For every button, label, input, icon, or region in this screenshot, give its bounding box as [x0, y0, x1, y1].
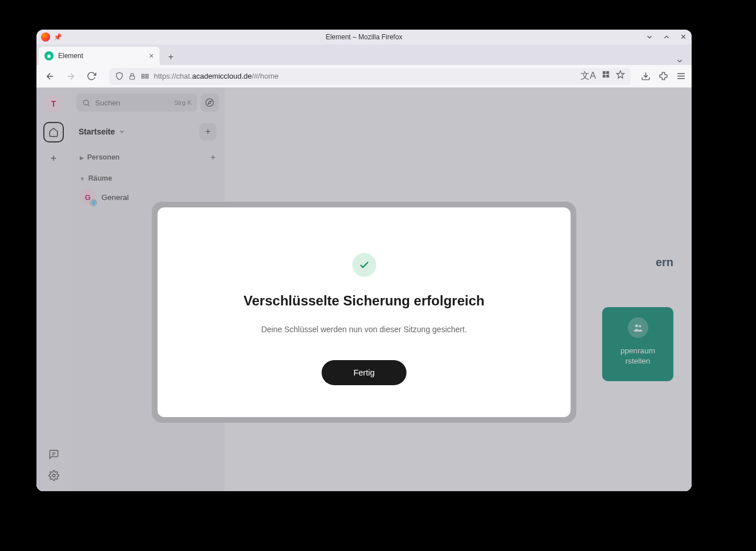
app-body: T + Suchen Strg K [36, 88, 692, 491]
tab-label: Element [58, 52, 83, 60]
tabbar: ◉ Element × + [36, 44, 692, 65]
check-icon [358, 259, 370, 271]
all-tabs-button[interactable] [676, 57, 684, 65]
forward-button[interactable] [63, 68, 79, 84]
qr-icon[interactable] [602, 70, 610, 79]
downloads-button[interactable] [641, 71, 651, 81]
done-button[interactable]: Fertig [321, 360, 406, 385]
window-title: Element – Mozilla Firefox [326, 33, 403, 41]
encryption-success-dialog: Verschlüsselte Sicherung erfolgreich Dei… [158, 207, 571, 417]
success-badge [352, 253, 376, 277]
translate-icon[interactable]: 文A [581, 70, 596, 82]
svg-rect-3 [142, 77, 144, 79]
maximize-button[interactable] [663, 33, 671, 41]
svg-rect-4 [146, 77, 148, 79]
svg-rect-6 [606, 71, 609, 74]
permissions-icon [141, 72, 149, 80]
back-button[interactable] [42, 68, 58, 84]
lock-icon [128, 72, 136, 80]
minimize-button[interactable] [645, 33, 653, 41]
new-tab-button[interactable]: + [163, 49, 179, 65]
reload-button[interactable] [83, 68, 99, 84]
close-window-button[interactable] [680, 33, 687, 41]
modal-wrapper: Verschlüsselte Sicherung erfolgreich Dei… [152, 202, 577, 423]
dialog-title: Verschlüsselte Sicherung erfolgreich [181, 293, 548, 309]
titlebar: 📌 Element – Mozilla Firefox [36, 30, 692, 44]
close-tab-button[interactable]: × [149, 51, 154, 60]
firefox-window: 📌 Element – Mozilla Firefox ◉ Element × … [36, 30, 692, 491]
menu-button[interactable] [676, 71, 686, 81]
toolbar: https://chat.academiccloud.de/#/home 文A [36, 65, 692, 88]
svg-rect-0 [130, 76, 134, 79]
svg-rect-7 [603, 75, 606, 77]
pin-icon[interactable]: 📌 [54, 33, 62, 41]
tab-element[interactable]: ◉ Element × [39, 47, 160, 65]
svg-rect-5 [603, 71, 606, 74]
url-text: https://chat.academiccloud.de/#/home [154, 72, 279, 80]
url-bar[interactable]: https://chat.academiccloud.de/#/home 文A [109, 68, 631, 85]
bookmark-icon[interactable] [616, 70, 625, 79]
shield-icon [115, 72, 124, 80]
element-favicon: ◉ [44, 51, 54, 60]
svg-rect-2 [146, 74, 148, 76]
extensions-button[interactable] [659, 71, 668, 81]
firefox-icon [41, 32, 50, 42]
svg-rect-1 [142, 74, 144, 76]
dialog-body: Deine Schlüssel werden nun von dieser Si… [181, 325, 548, 334]
svg-rect-8 [606, 75, 609, 77]
